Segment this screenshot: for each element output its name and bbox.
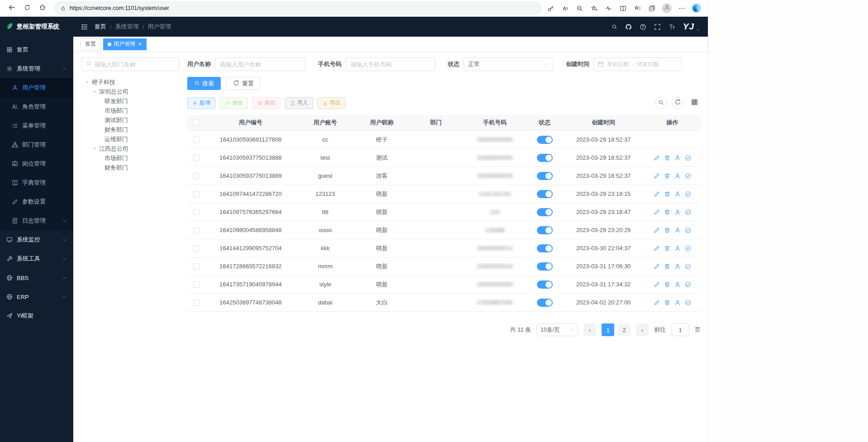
- select-all-checkbox[interactable]: [193, 119, 199, 126]
- copilot-icon[interactable]: [692, 3, 702, 13]
- tab-首页[interactable]: 首页: [81, 38, 100, 50]
- row-checkbox[interactable]: [193, 299, 199, 306]
- sidebar-item-system-mgmt[interactable]: 系统管理: [0, 59, 73, 78]
- status-toggle[interactable]: [537, 136, 553, 144]
- op-check-icon[interactable]: [685, 263, 691, 270]
- op-assign-icon[interactable]: [674, 155, 681, 161]
- tab-用户管理[interactable]: 用户管理×: [103, 38, 147, 50]
- page-button-1[interactable]: 1: [602, 323, 614, 336]
- reset-button[interactable]: 重置: [226, 77, 261, 90]
- sidebar-item-menu-mgmt[interactable]: 菜单管理: [0, 116, 73, 135]
- home-button[interactable]: [35, 1, 50, 15]
- tree-node[interactable]: 研发部门: [81, 96, 179, 106]
- op-edit-icon[interactable]: [654, 281, 660, 288]
- sidebar-item-role-mgmt[interactable]: 角色管理: [0, 97, 73, 116]
- op-assign-icon[interactable]: [674, 191, 681, 197]
- zoom-out-icon[interactable]: [575, 4, 584, 13]
- row-checkbox[interactable]: [193, 173, 199, 179]
- collections-icon[interactable]: [647, 4, 656, 13]
- sidebar-item-dept-mgmt[interactable]: 部门管理: [0, 135, 73, 154]
- op-check-icon[interactable]: [685, 173, 691, 179]
- page-button-2[interactable]: 2: [618, 323, 631, 336]
- browser-essentials-icon[interactable]: [604, 4, 613, 13]
- favorite-add-icon[interactable]: [589, 4, 598, 13]
- next-page-button[interactable]: ›: [636, 323, 649, 336]
- sidebar-item-yi-framework[interactable]: Yi框架: [0, 306, 73, 325]
- status-toggle[interactable]: [537, 208, 553, 216]
- row-checkbox[interactable]: [193, 281, 199, 288]
- status-toggle[interactable]: [537, 172, 553, 180]
- op-delete-icon[interactable]: [664, 227, 670, 233]
- sidebar-item-erp[interactable]: ERP: [0, 287, 73, 306]
- op-check-icon[interactable]: [685, 245, 691, 252]
- op-edit-icon[interactable]: [654, 227, 660, 233]
- goto-page-input[interactable]: [671, 323, 689, 336]
- op-assign-icon[interactable]: [674, 299, 681, 306]
- toggle-search-button[interactable]: [655, 97, 667, 109]
- column-settings-button[interactable]: [688, 97, 701, 109]
- tree-node[interactable]: 测试部门: [81, 115, 179, 125]
- breadcrumb-system[interactable]: 系统管理: [115, 23, 139, 31]
- more-menu-icon[interactable]: [677, 4, 686, 13]
- tree-node[interactable]: 财务部门: [81, 125, 179, 134]
- sidebar-collapse-icon[interactable]: [81, 23, 88, 31]
- row-checkbox[interactable]: [193, 263, 199, 270]
- page-size-select[interactable]: 10条/页: [536, 323, 578, 336]
- op-check-icon[interactable]: [685, 209, 691, 215]
- github-icon[interactable]: [625, 24, 632, 30]
- tree-node[interactable]: 江西总公司: [81, 144, 179, 153]
- tree-node[interactable]: 运维部门: [81, 134, 179, 144]
- status-toggle[interactable]: [537, 299, 553, 307]
- op-edit-icon[interactable]: [654, 299, 660, 306]
- phone-input[interactable]: [346, 57, 435, 71]
- op-check-icon[interactable]: [685, 281, 691, 288]
- op-assign-icon[interactable]: [674, 263, 681, 270]
- op-edit-icon[interactable]: [654, 191, 660, 197]
- password-key-icon[interactable]: [546, 4, 555, 13]
- op-edit-icon[interactable]: [654, 155, 660, 161]
- op-assign-icon[interactable]: [674, 209, 681, 215]
- op-delete-icon[interactable]: [664, 245, 670, 252]
- sidebar-item-param-settings[interactable]: 参数设置: [0, 192, 73, 211]
- op-assign-icon[interactable]: [674, 245, 681, 252]
- profile-avatar[interactable]: [662, 3, 672, 13]
- row-checkbox[interactable]: [193, 191, 199, 197]
- caret-down-icon[interactable]: [84, 80, 90, 85]
- sidebar-item-system-tools[interactable]: 系统工具: [0, 249, 73, 268]
- sidebar-item-home[interactable]: 首页: [0, 40, 73, 59]
- op-delete-icon[interactable]: [664, 209, 670, 215]
- date-range-picker[interactable]: 开始日期 - 结束日期: [593, 57, 682, 71]
- breadcrumb-home[interactable]: 首页: [95, 23, 106, 31]
- caret-down-icon[interactable]: [91, 146, 98, 152]
- tree-node[interactable]: 财务部门: [81, 163, 179, 172]
- tree-node[interactable]: 橙子科技: [81, 77, 179, 87]
- read-aloud-icon[interactable]: [560, 4, 569, 13]
- status-toggle[interactable]: [537, 226, 553, 234]
- split-screen-icon[interactable]: [618, 4, 627, 13]
- op-edit-icon[interactable]: [654, 245, 660, 252]
- status-toggle[interactable]: [537, 244, 553, 252]
- tree-node[interactable]: 深圳总公司: [81, 87, 179, 96]
- row-checkbox[interactable]: [193, 209, 199, 215]
- row-checkbox[interactable]: [193, 137, 199, 143]
- address-bar[interactable]: https://ccnetcore.com:1101/system/user: [54, 2, 541, 14]
- op-check-icon[interactable]: [685, 227, 691, 233]
- fullscreen-icon[interactable]: [654, 24, 661, 30]
- import-button[interactable]: 导入: [285, 97, 313, 109]
- sidebar-item-bbs[interactable]: BBS: [0, 268, 73, 287]
- sidebar-item-user-mgmt[interactable]: 用户管理: [0, 78, 73, 97]
- status-toggle[interactable]: [537, 190, 553, 198]
- sidebar-item-post-mgmt[interactable]: 岗位管理: [0, 154, 73, 173]
- delete-button[interactable]: 删除: [252, 97, 280, 109]
- modify-button[interactable]: 修改: [220, 97, 248, 109]
- status-select[interactable]: 正常: [464, 57, 553, 71]
- op-delete-icon[interactable]: [664, 155, 670, 161]
- sidebar-item-dict-mgmt[interactable]: 字典管理: [0, 173, 73, 192]
- user-logo-menu[interactable]: YJ: [683, 22, 701, 32]
- export-button[interactable]: 导出: [318, 97, 346, 109]
- op-check-icon[interactable]: [685, 299, 691, 306]
- add-button[interactable]: 新增: [187, 97, 215, 109]
- favorites-bar-icon[interactable]: [633, 4, 642, 13]
- search-button[interactable]: 搜索: [187, 77, 221, 90]
- status-toggle[interactable]: [537, 154, 553, 162]
